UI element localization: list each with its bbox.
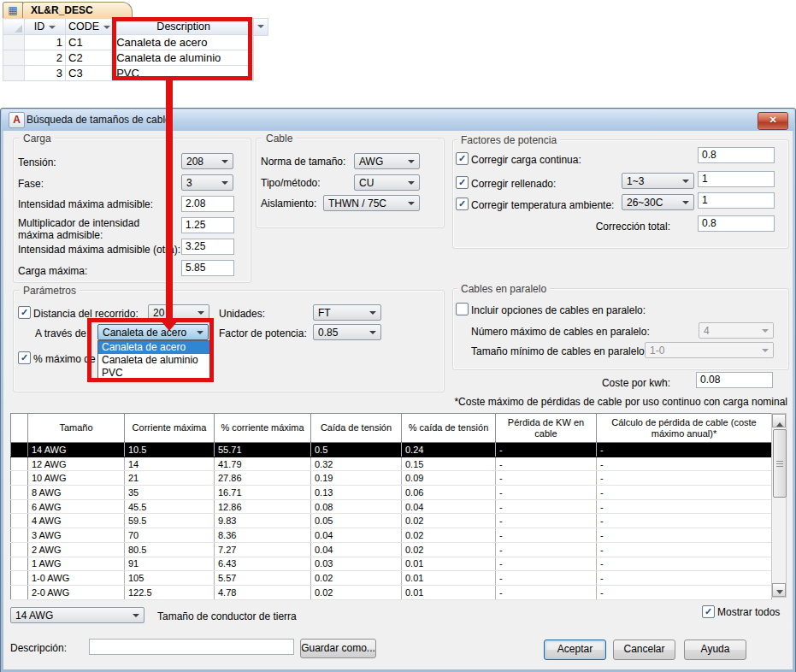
maximo-caida-checkbox[interactable]: ✓	[18, 351, 31, 364]
factor-potencia-value: 0.85	[318, 327, 338, 339]
results-header: Corriente máxima	[125, 414, 215, 443]
close-icon: ✕	[769, 115, 776, 125]
checkmark-icon: ✓	[457, 198, 468, 209]
table-row[interactable]: 12 AWG1441.790.320.15--	[11, 457, 772, 471]
row-selector[interactable]	[3, 66, 25, 81]
correccion-total-input[interactable]: 0.8	[698, 215, 775, 232]
aceptar-button[interactable]: Aceptar	[544, 640, 606, 660]
extra-column-header[interactable]	[253, 18, 268, 36]
factor-potencia-combo[interactable]: 0.85	[313, 324, 381, 340]
tipo-combo[interactable]: CU	[354, 174, 420, 191]
table-row[interactable]: 4 AWG59.59.830.050.02--	[11, 514, 772, 528]
aislamiento-label: Aislamiento:	[261, 197, 316, 209]
ground-size-label: Tamaño de conductor de tierra	[157, 610, 297, 622]
carga-maxima-input[interactable]: 5.85	[181, 260, 234, 276]
table-row[interactable]: 2-0 AWG122.54.780.020.01--	[11, 585, 772, 599]
table-grid-icon: ▦	[3, 2, 23, 19]
rellenado-label: Corregir rellenado:	[471, 178, 556, 190]
column-header-id[interactable]: ID	[25, 19, 66, 35]
descripcion-input[interactable]	[89, 639, 294, 655]
unidades-combo[interactable]: FT	[313, 304, 381, 321]
tension-combo[interactable]: 208	[181, 153, 233, 169]
results-header: Pérdida de KW en cable	[496, 414, 597, 443]
cell-id[interactable]: 1	[25, 35, 66, 50]
column-header-code-label: CODE	[68, 21, 99, 32]
cell-id[interactable]: 2	[25, 50, 66, 66]
carga-continua-checkbox[interactable]: ✓	[456, 152, 469, 165]
arrow-down-icon	[776, 590, 783, 598]
cancelar-button[interactable]: Cancelar	[613, 640, 675, 660]
row-selector[interactable]	[3, 35, 25, 50]
vertical-scrollbar[interactable]	[771, 413, 787, 598]
dropdown-arrow-icon	[408, 202, 415, 209]
dropdown-arrow-icon	[408, 181, 415, 188]
numero-maximo-combo[interactable]: 4	[699, 322, 774, 339]
ground-size-combo[interactable]: 14 AWG	[10, 607, 144, 623]
dialog-title: Búsqueda de tamaños de cable	[27, 114, 171, 126]
group-cable-title: Cable	[262, 133, 296, 144]
fase-combo[interactable]: 3	[181, 174, 233, 191]
close-button[interactable]: ✕	[758, 112, 788, 130]
incluir-paralelo-checkbox[interactable]	[456, 303, 469, 315]
distancia-value: 20	[153, 307, 164, 319]
dropdown-arrow-icon	[221, 181, 228, 188]
unidades-value: FT	[318, 307, 331, 319]
numero-maximo-label: Número máximo de cables en paralelo:	[471, 326, 650, 338]
rellenado-checkbox[interactable]: ✓	[456, 176, 469, 189]
dropdown-arrow-icon	[221, 160, 228, 167]
ayuda-button[interactable]: Ayuda	[684, 640, 746, 660]
checkmark-icon: ✓	[19, 352, 30, 363]
intensidad-otra-label: Intensidad máxima admisible (otra):	[18, 244, 180, 256]
table-row[interactable]: 10 AWG2127.860.190.09--	[11, 471, 772, 486]
descripcion-label: Descripción:	[10, 642, 67, 654]
rellenado-input[interactable]: 1	[698, 171, 775, 187]
dropdown-arrow-icon	[133, 614, 139, 621]
filter-dropdown-icon[interactable]	[103, 26, 110, 32]
table-row[interactable]: 2 AWG80.57.270.040.02--	[11, 542, 772, 557]
filter-dropdown-icon[interactable]	[257, 25, 264, 32]
autocad-glyph: A	[13, 114, 21, 126]
arrow-up-icon	[776, 419, 783, 427]
norma-combo[interactable]: AWG	[354, 153, 420, 169]
group-factores-title: Factores de potencia	[457, 134, 560, 146]
mostrar-todos-label: Mostrar todos	[717, 606, 780, 618]
table-row[interactable]: 3 AWG708.360.040.02--	[11, 528, 772, 543]
table-row[interactable]: 6 AWG45.512.860.080.04--	[11, 499, 772, 514]
temperatura-input[interactable]: 1	[698, 192, 775, 209]
coste-kwh-input[interactable]: 0.08	[696, 372, 773, 388]
scroll-down-button[interactable]	[772, 583, 786, 597]
scrollbar-thumb[interactable]	[773, 429, 787, 498]
temperatura-checkbox[interactable]: ✓	[456, 197, 469, 210]
table-row-selected[interactable]: 14 AWG10.555.710.50.24--	[11, 443, 772, 457]
table-row[interactable]: 1-0 AWG1055.570.020.01--	[11, 571, 772, 586]
table-row[interactable]: 1 AWG916.430.030.01--	[11, 557, 772, 571]
rellenado-combo[interactable]: 1~3	[622, 173, 694, 189]
cell-id[interactable]: 3	[25, 66, 66, 81]
filter-dropdown-icon[interactable]	[49, 26, 56, 32]
intensidad-otra-input[interactable]: 3.25	[181, 239, 234, 255]
table-row[interactable]: 8 AWG3516.710.130.06--	[11, 486, 772, 500]
coste-kwh-label: Coste por kwh:	[548, 377, 670, 389]
annotation-rect-dropdown	[87, 318, 214, 382]
carga-continua-input[interactable]: 0.8	[698, 147, 775, 163]
distancia-checkbox[interactable]: ✓	[18, 306, 31, 319]
intensidad-input[interactable]: 2.08	[181, 196, 234, 212]
row-selector[interactable]	[3, 50, 25, 66]
guardar-como-button[interactable]: Guardar como...	[300, 639, 376, 658]
mostrar-todos-checkbox[interactable]: ✓	[702, 605, 715, 618]
cell-code[interactable]: C3	[66, 66, 114, 81]
tamano-minimo-combo[interactable]: 1-0	[645, 342, 774, 358]
cell-code[interactable]: C2	[66, 50, 114, 66]
cell-code[interactable]: C1	[66, 35, 114, 50]
results-header: Tamaño	[28, 414, 125, 443]
dropdown-arrow-icon	[762, 329, 769, 336]
datasheet-tab[interactable]: XL&R_DESC	[22, 2, 133, 19]
multiplicador-input[interactable]: 1.25	[181, 217, 234, 233]
select-all-corner[interactable]	[3, 19, 25, 35]
column-header-code[interactable]: CODE	[66, 19, 114, 35]
coste-footnote: *Coste máximo de pérdidas de cable por u…	[343, 396, 787, 408]
aislamiento-combo[interactable]: THWN / 75C	[323, 195, 420, 211]
dropdown-arrow-icon	[682, 180, 689, 186]
scroll-up-button[interactable]	[772, 414, 786, 427]
temperatura-combo[interactable]: 26~30C	[622, 194, 694, 210]
